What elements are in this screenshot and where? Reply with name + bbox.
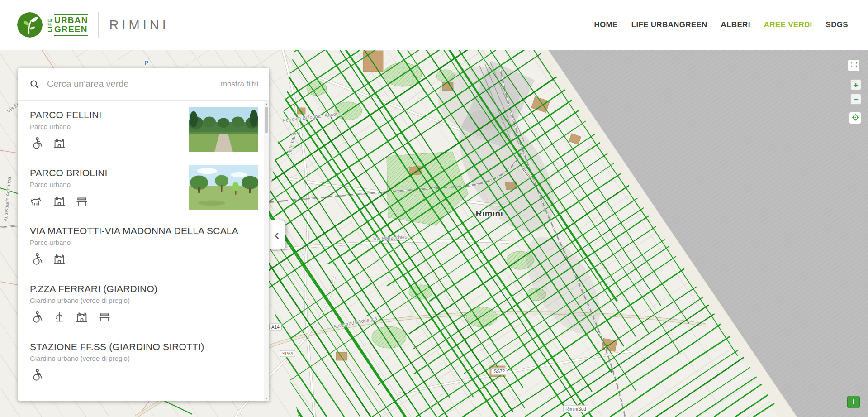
areas-panel: mostra filtri PARCO FELLINIParco urbanoP… [18,68,269,401]
area-category: Giardino urbano (verde di pregio) [30,355,257,362]
logo-urban: URBAN [54,16,88,25]
playground-icon [52,194,66,208]
nav-item-aree-verdi[interactable]: AREE VERDI [764,20,812,29]
locate-button[interactable] [849,112,861,124]
area-list-item-via-matteotti-via-madonna-della-scala[interactable]: VIA MATTEOTTI-VIA MADONNA DELLA SCALAPar… [18,216,269,274]
accessible-icon [30,136,43,150]
playground-icon [52,136,66,150]
search-icon [29,79,40,90]
area-photo-thumbnail [189,107,258,152]
zoom-in-button[interactable]: + [850,79,861,90]
area-list-item-p-zza-ferrari-giardino[interactable]: P.ZZA FERRARI (GIARDINO)Giardino urbano … [18,274,269,332]
list-scrollbar[interactable]: ▲ ▼ [264,101,269,401]
bench-icon [75,194,89,208]
scroll-up-arrow[interactable]: ▲ [264,101,269,106]
playground-icon [52,252,66,266]
nav-item-home[interactable]: HOME [594,20,618,29]
show-filters-link[interactable]: mostra filtri [221,80,258,89]
area-amenity-icons [30,368,257,382]
nav-item-alberi[interactable]: ALBERI [721,20,750,29]
area-list-item-parco-fellini[interactable]: PARCO FELLINIParco urbano [18,101,269,158]
logo-life-text: LIFE [47,18,52,32]
area-photo-thumbnail [189,165,258,210]
site-city-name: RIMINI [98,12,169,38]
area-title: VIA MATTEOTTI-VIA MADONNA DELLA SCALA [30,225,257,236]
accessible-icon [30,310,43,324]
fullscreen-icon [850,61,858,70]
logo-green: GREEN [54,25,88,34]
area-list-item-stazione-ff-ss-giardino-sirotti[interactable]: STAZIONE FF.SS (GIARDINO SIROTTI)Giardin… [18,332,269,390]
bench-icon [98,310,111,324]
main-nav: HOMELIFE URBANGREENALBERIAREE VERDISDGS [594,20,849,29]
scroll-down-arrow[interactable]: ▼ [264,395,269,401]
life-urbangreen-logo-icon [17,12,43,38]
fullscreen-button[interactable] [848,59,860,72]
panel-collapse-button[interactable]: ‹ [268,220,285,249]
nav-item-life-urbangreen[interactable]: LIFE URBANGREEN [631,20,707,29]
locate-icon [851,113,859,123]
scrollbar-thumb[interactable] [265,107,268,133]
site-logo[interactable]: LIFE URBAN GREEN RIMINI [17,12,169,38]
accessible-icon [30,252,43,266]
area-amenity-icons [30,310,257,324]
area-title: P.ZZA FERRARI (GIARDINO) [30,283,257,294]
areas-list: PARCO FELLINIParco urbanoPARCO BRIOLINIP… [18,101,269,400]
area-list-item-parco-briolini[interactable]: PARCO BRIOLINIParco urbano [18,158,269,216]
zoom-out-button[interactable]: − [850,94,861,105]
info-button[interactable]: i [847,396,860,408]
search-bar: mostra filtri [18,68,269,101]
dog-area-icon [30,194,43,208]
area-amenity-icons [30,252,257,266]
nav-item-sdgs[interactable]: SDGS [826,20,848,29]
area-category: Parco urbano [30,239,257,246]
accessible-icon [30,368,43,382]
header: LIFE URBAN GREEN RIMINI HOMELIFE URBANGR… [0,0,868,50]
area-title: STAZIONE FF.SS (GIARDINO SIROTTI) [30,341,257,352]
fountain-icon [52,310,66,324]
logo-urbangreen-text: URBAN GREEN [54,14,88,36]
playground-icon [75,310,89,324]
search-input[interactable] [46,78,215,90]
area-category: Giardino urbano (verde di pregio) [30,297,257,304]
